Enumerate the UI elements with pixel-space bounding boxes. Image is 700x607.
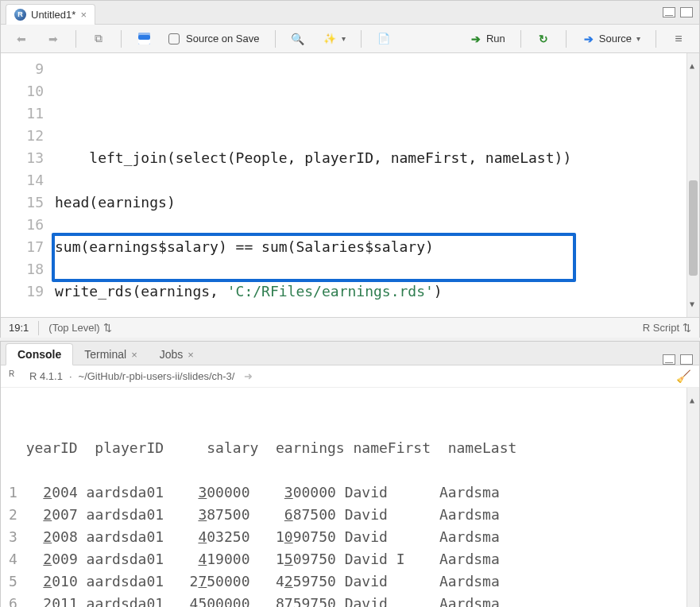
code-line[interactable]: sum(earnings$salary) == sum(Salaries$sal… xyxy=(55,236,672,258)
rerun-button[interactable] xyxy=(531,29,556,49)
popout-icon xyxy=(91,32,106,46)
popout-button[interactable] xyxy=(86,29,111,49)
editor-tab-title: Untitled1* xyxy=(31,9,75,21)
source-label: Source xyxy=(599,33,632,44)
maximize-pane-icon[interactable] xyxy=(680,354,693,365)
working-directory[interactable]: ~/GitHub/r-pbi-users-ii/slides/ch-3/ xyxy=(79,370,235,382)
separator xyxy=(566,30,567,48)
source-on-save-toggle[interactable]: Source on Save xyxy=(163,29,265,48)
code-line[interactable] xyxy=(55,258,672,280)
save-button[interactable] xyxy=(131,29,157,49)
tab-console[interactable]: Console xyxy=(6,343,73,365)
code-line[interactable]: write_rds(earnings, 'C:/RFiles/earnings.… xyxy=(55,280,672,303)
separator xyxy=(275,30,276,48)
line-gutter: 910111213141516171819 xyxy=(1,53,55,317)
outline-icon xyxy=(671,32,686,46)
save-icon xyxy=(137,32,151,46)
editor-toolbar: Source on Save Run Source xyxy=(1,25,699,53)
editor-tabbar: R Untitled1* × xyxy=(1,1,699,25)
console-scrollbar[interactable]: ▲ ▼ xyxy=(686,388,699,607)
dot: · xyxy=(69,370,72,382)
arrow-left-icon xyxy=(14,32,29,46)
source-icon xyxy=(582,32,596,46)
clear-console-icon[interactable]: 🧹 xyxy=(676,369,691,384)
scroll-down-icon[interactable]: ▼ xyxy=(690,293,694,315)
code-content[interactable]: left_join(select(People, playerID, nameF… xyxy=(55,53,686,317)
scope-selector[interactable]: (Top Level) ⇅ xyxy=(48,322,111,334)
updown-icon: ⇅ xyxy=(103,322,112,334)
console-info: R R 4.1.1 · ~/GitHub/r-pbi-users-ii/slid… xyxy=(1,365,699,388)
language-label: R Script xyxy=(643,322,679,334)
scroll-thumb[interactable] xyxy=(689,180,698,276)
source-button[interactable]: Source xyxy=(576,29,646,49)
scope-label: (Top Level) xyxy=(48,322,99,334)
updown-icon: ⇅ xyxy=(683,322,691,334)
editor-tab-untitled1[interactable]: R Untitled1* × xyxy=(6,4,95,25)
separator xyxy=(121,30,122,48)
notebook-icon xyxy=(377,32,391,46)
close-tab-icon[interactable]: × xyxy=(131,349,137,361)
separator xyxy=(656,30,656,48)
source-on-save-label: Source on Save xyxy=(186,33,260,44)
nav-back-button[interactable] xyxy=(9,29,34,49)
maximize-pane-icon[interactable] xyxy=(680,7,693,17)
editor-statusbar: 19:1 (Top Level) ⇅ R Script ⇅ xyxy=(1,317,699,338)
editor-pane: R Untitled1* × Source on Save Run xyxy=(0,0,700,338)
minimize-pane-icon[interactable] xyxy=(663,7,675,17)
run-button[interactable]: Run xyxy=(463,29,511,49)
close-tab-icon[interactable]: × xyxy=(188,349,194,361)
console-pane: Console Terminal × Jobs × R R 4.1.1 · ~/… xyxy=(0,341,700,607)
console-output[interactable]: yearID playerID salary earnings nameFirs… xyxy=(1,388,699,607)
tab-terminal[interactable]: Terminal × xyxy=(73,344,149,365)
nav-forward-button[interactable] xyxy=(41,29,66,49)
code-line[interactable] xyxy=(55,169,672,191)
code-line[interactable] xyxy=(55,303,672,317)
console-tabbar: Console Terminal × Jobs × xyxy=(1,342,699,365)
code-line[interactable] xyxy=(55,214,672,236)
separator xyxy=(75,30,76,48)
wand-icon xyxy=(323,32,337,46)
outline-button[interactable] xyxy=(666,29,691,49)
compile-report-button[interactable] xyxy=(371,29,396,49)
separator xyxy=(520,30,521,48)
rerun-icon xyxy=(536,32,551,46)
r-file-icon: R xyxy=(14,9,26,21)
tab-console-label: Console xyxy=(17,348,61,361)
r-version: R 4.1.1 xyxy=(29,370,63,382)
r-logo-icon: R xyxy=(9,369,23,384)
code-line[interactable]: left_join(select(People, playerID, nameF… xyxy=(55,147,672,169)
close-tab-icon[interactable]: × xyxy=(80,9,87,21)
scroll-up-icon[interactable]: ▲ xyxy=(690,389,694,412)
separator xyxy=(38,321,39,335)
editor-scrollbar[interactable]: ▲ ▼ xyxy=(686,53,699,317)
scroll-up-icon[interactable]: ▲ xyxy=(690,55,694,77)
find-button[interactable] xyxy=(285,29,311,49)
tab-terminal-label: Terminal xyxy=(84,348,126,361)
goto-dir-icon[interactable] xyxy=(241,370,253,382)
tab-jobs-label: Jobs xyxy=(160,348,184,361)
magnify-icon xyxy=(291,32,305,46)
cursor-position: 19:1 xyxy=(9,322,29,334)
run-label: Run xyxy=(486,33,505,44)
minimize-pane-icon[interactable] xyxy=(663,354,675,365)
separator xyxy=(361,30,362,48)
arrow-right-icon xyxy=(46,32,60,46)
run-icon xyxy=(469,32,483,46)
code-line[interactable]: head(earnings) xyxy=(55,191,672,214)
tab-jobs[interactable]: Jobs × xyxy=(149,344,205,365)
checkbox-icon xyxy=(168,33,180,44)
code-editor[interactable]: 910111213141516171819 left_join(select(P… xyxy=(1,53,699,317)
code-tools-button[interactable] xyxy=(317,29,351,49)
